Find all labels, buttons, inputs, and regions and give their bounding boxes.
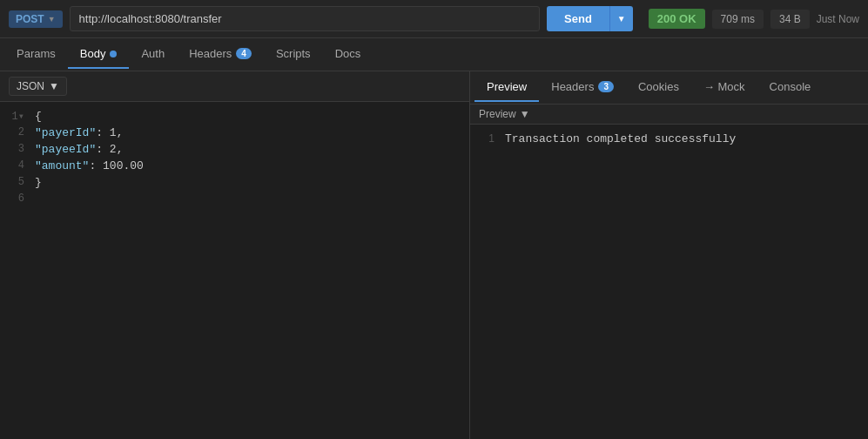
- val-payeeId: 2,: [110, 143, 124, 156]
- res-content-1: Transaction completed successfully: [505, 132, 736, 145]
- tab-scripts[interactable]: Scripts: [264, 40, 323, 69]
- response-panel: Preview Headers 3 Cookies → Mock Console…: [470, 71, 868, 439]
- send-button-group: Send ▼: [547, 6, 633, 31]
- code-line-2: 2 "payerId": 1,: [0, 125, 469, 142]
- tab-headers-label: Headers: [189, 47, 232, 60]
- format-dropdown-arrow: ▼: [49, 80, 59, 92]
- key-payeeId: "payeeId": [35, 143, 96, 156]
- preview-label-text: Preview: [479, 108, 516, 120]
- preview-label-container: Preview ▼: [479, 108, 530, 120]
- headers-badge: 4: [236, 48, 252, 59]
- status-text: OK: [679, 12, 696, 25]
- line-num-5: 5: [0, 176, 35, 188]
- method-dropdown-arrow: ▼: [48, 15, 56, 24]
- tab-mock-label: → Mock: [703, 80, 745, 93]
- body-toolbar: JSON ▼: [0, 71, 469, 102]
- status-code: 200: [657, 12, 676, 25]
- tab-console-label: Console: [770, 80, 811, 93]
- tab-scripts-label: Scripts: [276, 47, 311, 60]
- tab-auth-label: Auth: [141, 47, 165, 60]
- tab-preview-label: Preview: [487, 80, 527, 93]
- request-body-panel: JSON ▼ 1▾ { 2 "payerId": 1, 3 "payeeId":…: [0, 71, 470, 439]
- status-group: 200 OK 709 ms 34 B: [649, 9, 810, 29]
- line-num-4: 4: [0, 159, 35, 172]
- tab-console[interactable]: Console: [757, 73, 824, 102]
- val-payerId: 1,: [110, 126, 124, 139]
- response-body: 1 Transaction completed successfully: [470, 125, 868, 439]
- line-num-3: 3: [0, 143, 35, 155]
- method-selector[interactable]: POST ▼: [9, 10, 63, 28]
- key-payerId: "payerId": [35, 126, 96, 139]
- send-button[interactable]: Send: [547, 6, 609, 31]
- tab-res-headers-label: Headers: [551, 80, 594, 93]
- line-content-1: {: [35, 110, 42, 123]
- line-content-5: }: [35, 176, 42, 189]
- timestamp: Just Now: [817, 13, 859, 25]
- line-content-2: "payerId": 1,: [35, 126, 123, 139]
- code-line-4: 4 "amount": 100.00: [0, 159, 469, 175]
- code-line-3: 3 "payeeId": 2,: [0, 142, 469, 159]
- tab-headers[interactable]: Headers 4: [177, 40, 264, 69]
- format-label: JSON: [17, 80, 44, 92]
- preview-dropdown-arrow: ▼: [520, 108, 530, 120]
- code-line-6: 6: [0, 192, 469, 208]
- code-line-5: 5 }: [0, 175, 469, 192]
- colon-2: :: [96, 126, 110, 139]
- top-bar: POST ▼ Send ▼ 200 OK 709 ms 34 B Just No…: [0, 0, 868, 38]
- line-num-1: 1▾: [0, 110, 35, 123]
- tab-res-headers[interactable]: Headers 3: [539, 73, 626, 102]
- tab-mock[interactable]: → Mock: [691, 73, 757, 102]
- tab-params-label: Params: [17, 47, 56, 60]
- tab-body-label: Body: [80, 47, 106, 60]
- tab-body[interactable]: Body: [68, 40, 130, 69]
- format-selector[interactable]: JSON ▼: [9, 77, 67, 96]
- tab-params[interactable]: Params: [4, 40, 68, 69]
- request-code-editor[interactable]: 1▾ { 2 "payerId": 1, 3 "payeeId": 2, 4 "…: [0, 102, 469, 439]
- res-line-num-1: 1: [470, 132, 505, 145]
- tab-auth[interactable]: Auth: [129, 40, 177, 69]
- response-time: 709 ms: [712, 10, 764, 29]
- res-headers-badge: 3: [598, 81, 614, 92]
- preview-toolbar: Preview ▼: [470, 105, 868, 125]
- line-content-4: "amount": 100.00: [35, 159, 144, 172]
- response-tabs: Preview Headers 3 Cookies → Mock Console: [470, 71, 868, 105]
- tab-cookies-label: Cookies: [638, 80, 679, 93]
- line-num-2: 2: [0, 126, 35, 138]
- tab-cookies[interactable]: Cookies: [626, 73, 691, 102]
- res-line-1: 1 Transaction completed successfully: [470, 132, 868, 148]
- tab-docs[interactable]: Docs: [323, 40, 373, 69]
- tab-docs-label: Docs: [335, 47, 361, 60]
- request-tabs: Params Body Auth Headers 4 Scripts Docs: [0, 38, 868, 71]
- status-badge: 200 OK: [649, 9, 705, 29]
- line-num-6: 6: [0, 192, 35, 205]
- method-label: POST: [16, 13, 44, 25]
- send-dropdown-button[interactable]: ▼: [609, 6, 633, 31]
- code-line-1: 1▾ {: [0, 109, 469, 125]
- key-amount: "amount": [35, 159, 89, 172]
- colon-3: :: [96, 143, 110, 156]
- tab-preview[interactable]: Preview: [474, 73, 539, 102]
- line-content-3: "payeeId": 2,: [35, 143, 123, 156]
- val-amount: 100.00: [103, 159, 144, 172]
- response-size: 34 B: [770, 10, 810, 29]
- url-input[interactable]: [70, 6, 540, 31]
- colon-4: :: [89, 159, 103, 172]
- main-content: JSON ▼ 1▾ { 2 "payerId": 1, 3 "payeeId":…: [0, 71, 868, 439]
- body-active-indicator: [110, 51, 117, 57]
